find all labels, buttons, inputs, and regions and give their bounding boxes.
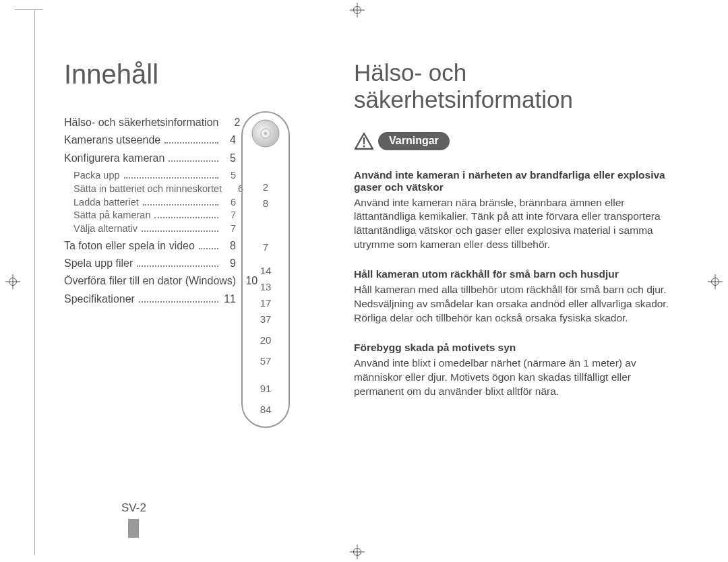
toc-page: 2 [226, 117, 240, 129]
thumb-num: 84 [243, 404, 289, 415]
toc-dots [142, 226, 218, 232]
toc-dots [164, 137, 218, 144]
warning-block: Håll kameran utom räckhåll för små barn … [354, 268, 671, 325]
warning-badge: Varningar [354, 131, 450, 152]
registration-mark-left [5, 274, 20, 289]
toc-row: Kamerans utseende 4 [64, 134, 236, 146]
page-number: SV-2 [121, 501, 146, 515]
thumb-num: 7 [243, 241, 289, 253]
toc-page: 7 [222, 210, 236, 221]
toc-dots [137, 260, 218, 267]
toc-row: Välja alternativ 7 [73, 223, 236, 235]
crop-top-line [15, 9, 43, 10]
toc-dots [199, 243, 218, 249]
toc-row: Ta foton eller spela in video 8 [64, 240, 236, 252]
toc-label: Hälso- och säkerhetsinformation [64, 117, 218, 129]
toc-page: 4 [222, 134, 236, 146]
toc-row: Hälso- och säkerhetsinformation 2 [64, 117, 236, 129]
toc-label: Välja alternativ [73, 223, 138, 235]
toc-page: 9 [222, 257, 236, 270]
thumb-num: 13 [243, 281, 289, 292]
page-footer: SV-2 [121, 501, 146, 538]
thumb-num: 14 [243, 265, 289, 276]
right-column: Hälso- och säkerhetsinformation Varninga… [354, 59, 671, 428]
page-number-bar [128, 519, 139, 538]
warning-title: Använd inte kameran i närheten av brandf… [354, 169, 671, 193]
thumb-num: 37 [243, 313, 289, 325]
toc-row: Specifikationer 11 [64, 293, 236, 305]
warning-triangle-icon [354, 131, 374, 152]
toc-page: 5 [222, 152, 236, 164]
crop-left-line [34, 9, 35, 555]
toc-label: Konfigurera kameran [64, 152, 164, 164]
toc-title: Innehåll [64, 59, 313, 90]
safety-title: Hälso- och säkerhetsinformation [354, 59, 671, 114]
toc-label: Överföra filer till en dator (Windows) [64, 275, 236, 287]
toc-page: 8 [222, 240, 236, 252]
warning-body: Använd inte kameran nära bränsle, brännb… [354, 196, 671, 253]
svg-point-2 [264, 132, 267, 135]
warning-body: Använd inte blixt i omedelbar närhet (nä… [354, 356, 671, 399]
toc-dots [169, 155, 218, 162]
toc-list: Hälso- och säkerhetsinformation 2 Kamera… [64, 111, 236, 311]
registration-mark-top [350, 3, 365, 18]
warning-body: Håll kameran med alla tillbehör utom räc… [354, 283, 671, 325]
thumb-index: 2 8 7 14 13 17 37 20 57 91 84 [241, 111, 290, 428]
registration-mark-right [708, 274, 723, 289]
toc-dots [154, 213, 218, 219]
registration-mark-bottom [350, 544, 365, 559]
thumb-num: 57 [243, 355, 289, 367]
toc-row: Ladda batteriet 6 [73, 197, 236, 208]
svg-point-5 [363, 145, 365, 147]
toc-dots [124, 173, 218, 179]
warning-badge-label: Varningar [378, 132, 450, 150]
toc-label: Kamerans utseende [64, 134, 160, 146]
warning-block: Förebygg skada på motivets syn Använd in… [354, 342, 671, 399]
disc-icon [251, 119, 280, 148]
thumb-num: 20 [243, 334, 289, 346]
toc-dots [139, 296, 218, 303]
left-column: Innehåll Hälso- och säkerhetsinformation… [64, 59, 313, 428]
page-content: Innehåll Hälso- och säkerhetsinformation… [64, 59, 698, 428]
toc-label: Specifikationer [64, 293, 135, 305]
toc-row: Sätta in batteriet och minneskortet 6 [73, 183, 236, 195]
toc-row: Packa upp 5 [73, 170, 236, 181]
toc-label: Spela upp filer [64, 257, 133, 270]
toc-wrap: Hälso- och säkerhetsinformation 2 Kamera… [64, 111, 313, 428]
thumb-num: 91 [243, 383, 289, 394]
toc-label: Packa upp [73, 170, 120, 181]
toc-row: Överföra filer till en dator (Windows) 1… [64, 275, 236, 287]
toc-page: 11 [222, 293, 236, 305]
thumb-num: 2 [243, 181, 289, 193]
thumb-num: 8 [243, 197, 289, 209]
toc-row: Sätta på kameran 7 [73, 210, 236, 221]
toc-page: 7 [222, 223, 236, 235]
warning-title: Håll kameran utom räckhåll för små barn … [354, 268, 671, 280]
warning-block: Använd inte kameran i närheten av brandf… [354, 169, 671, 253]
toc-label: Sätta in batteriet och minneskortet [73, 183, 222, 195]
warning-title: Förebygg skada på motivets syn [354, 342, 671, 354]
thumb-num: 17 [243, 297, 289, 309]
toc-dots [143, 199, 218, 206]
toc-page: 5 [222, 170, 236, 181]
toc-row: Spela upp filer 9 [64, 257, 236, 270]
toc-page: 6 [222, 197, 236, 208]
toc-label: Ta foton eller spela in video [64, 240, 195, 252]
toc-label: Ladda batteriet [73, 197, 139, 208]
toc-row: Konfigurera kameran 5 [64, 152, 236, 164]
toc-label: Sätta på kameran [73, 210, 150, 221]
